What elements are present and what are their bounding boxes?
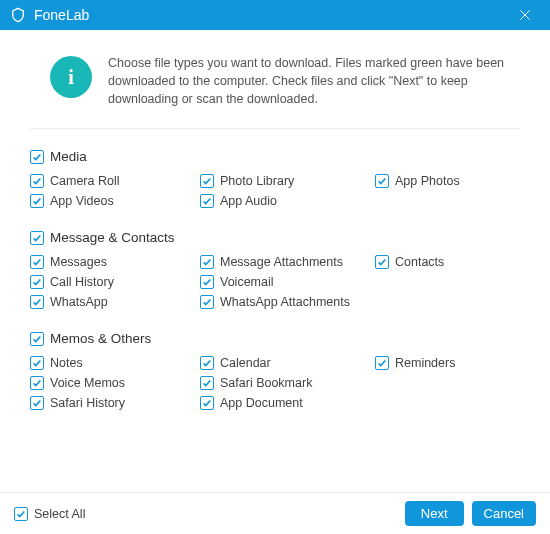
option-checkbox[interactable] (30, 376, 44, 390)
option-checkbox[interactable] (375, 255, 389, 269)
option-voice-memos[interactable]: Voice Memos (30, 376, 200, 390)
option-app-photos[interactable]: App Photos (375, 174, 505, 188)
option-label: Voicemail (220, 275, 274, 289)
dialog-content: i Choose file types you want to download… (0, 30, 550, 410)
section-checkbox[interactable] (30, 150, 44, 164)
option-safari-bookmark[interactable]: Safari Bookmark (200, 376, 375, 390)
option-label: App Photos (395, 174, 460, 188)
option-checkbox[interactable] (375, 356, 389, 370)
option-checkbox[interactable] (200, 356, 214, 370)
cancel-button[interactable]: Cancel (472, 501, 536, 526)
option-checkbox[interactable] (200, 174, 214, 188)
option-voicemail[interactable]: Voicemail (200, 275, 375, 289)
section-header[interactable]: Memos & Others (30, 331, 520, 346)
section-grid: NotesCalendarRemindersVoice MemosSafari … (30, 356, 520, 410)
option-label: WhatsApp Attachments (220, 295, 350, 309)
option-label: Call History (50, 275, 114, 289)
select-all-label: Select All (34, 507, 85, 521)
option-reminders[interactable]: Reminders (375, 356, 505, 370)
option-label: Safari History (50, 396, 125, 410)
option-checkbox[interactable] (200, 255, 214, 269)
section-header[interactable]: Message & Contacts (30, 230, 520, 245)
option-label: App Audio (220, 194, 277, 208)
option-label: Notes (50, 356, 83, 370)
option-message-attachments[interactable]: Message Attachments (200, 255, 375, 269)
section-media: MediaCamera RollPhoto LibraryApp PhotosA… (30, 149, 520, 208)
option-messages[interactable]: Messages (30, 255, 200, 269)
intro-text: Choose file types you want to download. … (108, 54, 514, 108)
option-checkbox[interactable] (200, 376, 214, 390)
section-memos-others: Memos & OthersNotesCalendarRemindersVoic… (30, 331, 520, 410)
info-icon: i (50, 56, 92, 98)
section-header[interactable]: Media (30, 149, 520, 164)
option-label: Messages (50, 255, 107, 269)
section-message-contacts: Message & ContactsMessagesMessage Attach… (30, 230, 520, 309)
section-grid: Camera RollPhoto LibraryApp PhotosApp Vi… (30, 174, 520, 208)
option-label: Reminders (395, 356, 455, 370)
section-checkbox[interactable] (30, 332, 44, 346)
option-app-document[interactable]: App Document (200, 396, 375, 410)
section-label: Message & Contacts (50, 230, 175, 245)
option-notes[interactable]: Notes (30, 356, 200, 370)
option-photo-library[interactable]: Photo Library (200, 174, 375, 188)
option-app-videos[interactable]: App Videos (30, 194, 200, 208)
app-title: FoneLab (34, 7, 510, 23)
option-checkbox[interactable] (200, 275, 214, 289)
option-call-history[interactable]: Call History (30, 275, 200, 289)
option-camera-roll[interactable]: Camera Roll (30, 174, 200, 188)
title-bar: FoneLab (0, 0, 550, 30)
option-checkbox[interactable] (30, 275, 44, 289)
option-checkbox[interactable] (30, 194, 44, 208)
select-all-row[interactable]: Select All (14, 507, 397, 521)
empty-cell (375, 376, 505, 390)
option-label: App Videos (50, 194, 114, 208)
option-label: Safari Bookmark (220, 376, 312, 390)
option-contacts[interactable]: Contacts (375, 255, 505, 269)
intro-row: i Choose file types you want to download… (30, 48, 520, 129)
option-label: Camera Roll (50, 174, 119, 188)
shield-icon (10, 7, 26, 23)
close-button[interactable] (510, 0, 540, 30)
footer-bar: Select All Next Cancel (0, 492, 550, 534)
option-checkbox[interactable] (30, 174, 44, 188)
section-checkbox[interactable] (30, 231, 44, 245)
option-app-audio[interactable]: App Audio (200, 194, 375, 208)
option-label: Contacts (395, 255, 444, 269)
option-checkbox[interactable] (30, 255, 44, 269)
option-label: WhatsApp (50, 295, 108, 309)
option-label: Message Attachments (220, 255, 343, 269)
sections: MediaCamera RollPhoto LibraryApp PhotosA… (30, 129, 520, 410)
option-checkbox[interactable] (30, 295, 44, 309)
option-label: Photo Library (220, 174, 294, 188)
option-whatsapp[interactable]: WhatsApp (30, 295, 200, 309)
option-safari-history[interactable]: Safari History (30, 396, 200, 410)
option-checkbox[interactable] (30, 396, 44, 410)
option-checkbox[interactable] (375, 174, 389, 188)
option-label: Voice Memos (50, 376, 125, 390)
select-all-checkbox[interactable] (14, 507, 28, 521)
option-checkbox[interactable] (200, 295, 214, 309)
section-label: Media (50, 149, 87, 164)
empty-cell (375, 275, 505, 289)
option-checkbox[interactable] (30, 356, 44, 370)
section-label: Memos & Others (50, 331, 151, 346)
option-checkbox[interactable] (200, 194, 214, 208)
option-checkbox[interactable] (200, 396, 214, 410)
next-button[interactable]: Next (405, 501, 464, 526)
section-grid: MessagesMessage AttachmentsContactsCall … (30, 255, 520, 309)
option-label: Calendar (220, 356, 271, 370)
option-whatsapp-attachments[interactable]: WhatsApp Attachments (200, 295, 375, 309)
option-calendar[interactable]: Calendar (200, 356, 375, 370)
option-label: App Document (220, 396, 303, 410)
